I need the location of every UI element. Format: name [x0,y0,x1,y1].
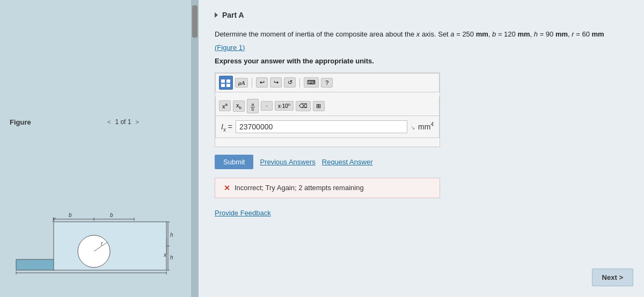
answer-units: mm4 [418,121,434,131]
incorrect-text: Incorrect; Try Again; 2 attempts remaini… [235,184,364,192]
dot-btn[interactable]: · [261,101,273,111]
svg-text:b: b [110,212,113,218]
answer-row: Ix = ↘ mm4 [215,116,440,138]
x-superscript-btn[interactable]: xa [219,100,231,111]
provide-feedback-link[interactable]: Provide Feedback [215,209,271,217]
x10n-btn[interactable]: x·10n [275,101,294,111]
math-toolbar-row2: xa xb a b · x·10n ⌫ ⊞ [215,97,440,116]
delete-btn[interactable]: ⌫ [296,101,311,111]
help-btn[interactable]: ? [321,78,333,88]
express-text: Express your answer with the appropriate… [215,57,628,65]
incorrect-message-box: ✕ Incorrect; Try Again; 2 attempts remai… [215,178,440,198]
keyboard-btn[interactable]: ⌨ [304,77,319,88]
figure-drawing: b b h h a r x y [11,168,182,276]
previous-answers-link[interactable]: Previous Answers [260,158,315,166]
problem-text: Determine the moment of inertia of the c… [215,29,628,40]
figure-label: Figure [10,118,31,126]
figure-nav-prev[interactable]: < [107,119,111,125]
x-subscript-btn[interactable]: xb [233,100,245,112]
figure-ref-link[interactable]: (Figure 1) [215,44,245,52]
svg-rect-1 [54,222,166,270]
svg-text:h: h [170,255,173,260]
svg-text:a: a [86,274,89,276]
answer-input[interactable] [236,120,407,133]
svg-text:b: b [69,212,72,218]
grid-icon [221,79,231,88]
toolbar-separator-1 [252,78,252,88]
math-input-container: μA ↩ ↪ ↺ ⌨ ? xa xb a b · x·10n ⌫ ⊞ [215,73,440,147]
scrollbar[interactable] [191,0,199,297]
request-answer-link[interactable]: Request Answer [322,158,373,166]
svg-text:y: y [52,216,56,222]
left-panel: Figure < 1 of 1 > [0,0,199,297]
figure-nav-next[interactable]: > [135,119,138,125]
submit-row: Submit Previous Answers Request Answer [215,155,628,169]
next-button[interactable]: Next > [592,269,633,286]
redo-btn[interactable]: ↪ [270,77,282,88]
svg-text:h: h [170,232,173,238]
figure-nav-page: 1 of 1 [115,118,131,126]
right-panel: Part A Determine the moment of inertia o… [199,0,644,297]
mu-btn[interactable]: μA [235,78,248,88]
scrollbar-thumb[interactable] [192,5,197,38]
grid-icon-btn[interactable] [219,76,233,90]
answer-label: Ix = [221,122,232,133]
refresh-btn[interactable]: ↺ [284,77,296,88]
part-triangle-icon [215,12,218,18]
part-title: Part A [222,11,244,19]
submit-button[interactable]: Submit [215,155,253,169]
resize-handle-icon[interactable]: ↘ [411,125,415,131]
part-header: Part A [215,11,628,19]
expand-btn[interactable]: ⊞ [313,101,325,111]
toolbar-separator-2 [299,78,300,88]
svg-text:x: x [163,252,167,258]
fraction-btn[interactable]: a b [247,99,259,113]
incorrect-x-icon: ✕ [224,184,230,192]
undo-btn[interactable]: ↩ [256,77,268,88]
math-toolbar-row1: μA ↩ ↪ ↺ ⌨ ? [215,73,440,92]
figure-nav: < 1 of 1 > [107,118,139,126]
